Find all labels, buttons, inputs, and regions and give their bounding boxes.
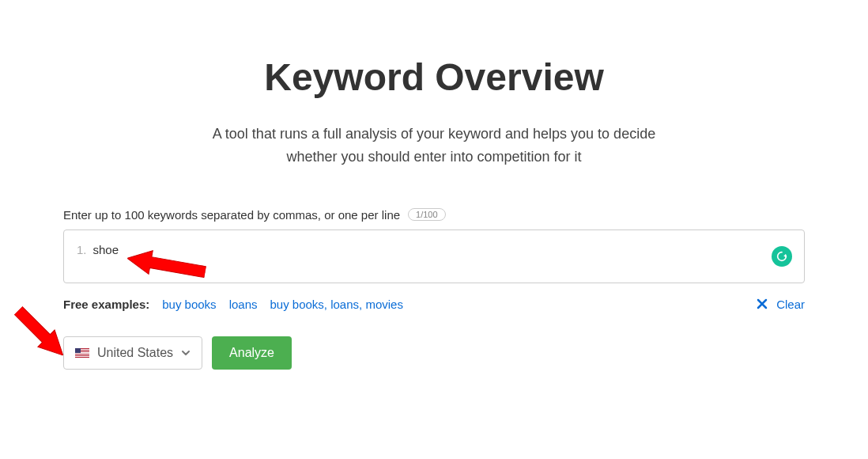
us-flag-icon: [75, 348, 89, 358]
examples-label: Free examples:: [63, 298, 149, 311]
input-label-row: Enter up to 100 keywords separated by co…: [63, 208, 805, 222]
clear-button[interactable]: Clear: [756, 298, 805, 311]
example-link-0[interactable]: buy books: [162, 298, 216, 311]
page-description: A tool that runs a full analysis of your…: [189, 123, 679, 169]
country-select[interactable]: United States: [63, 336, 202, 370]
main-container: Keyword Overview A tool that runs a full…: [0, 0, 868, 370]
chevron-down-icon: [181, 348, 191, 358]
example-link-2[interactable]: buy books, loans, movies: [270, 298, 402, 311]
clear-label: Clear: [776, 298, 805, 311]
examples-row: Free examples: buy books loans buy books…: [63, 298, 805, 311]
analyze-button[interactable]: Analyze: [212, 336, 292, 370]
keyword-count-badge: 1/100: [408, 208, 446, 221]
page-title: Keyword Overview: [63, 55, 805, 99]
country-selected-label: United States: [97, 346, 173, 360]
grammarly-icon[interactable]: [772, 246, 792, 267]
controls-row: United States Analyze: [63, 336, 805, 370]
keyword-value: shoe: [93, 243, 119, 256]
example-link-1[interactable]: loans: [229, 298, 258, 311]
examples-left: Free examples: buy books loans buy books…: [63, 298, 403, 311]
close-icon: [756, 298, 768, 310]
keyword-input-label: Enter up to 100 keywords separated by co…: [63, 208, 400, 222]
line-number: 1.: [77, 243, 87, 256]
